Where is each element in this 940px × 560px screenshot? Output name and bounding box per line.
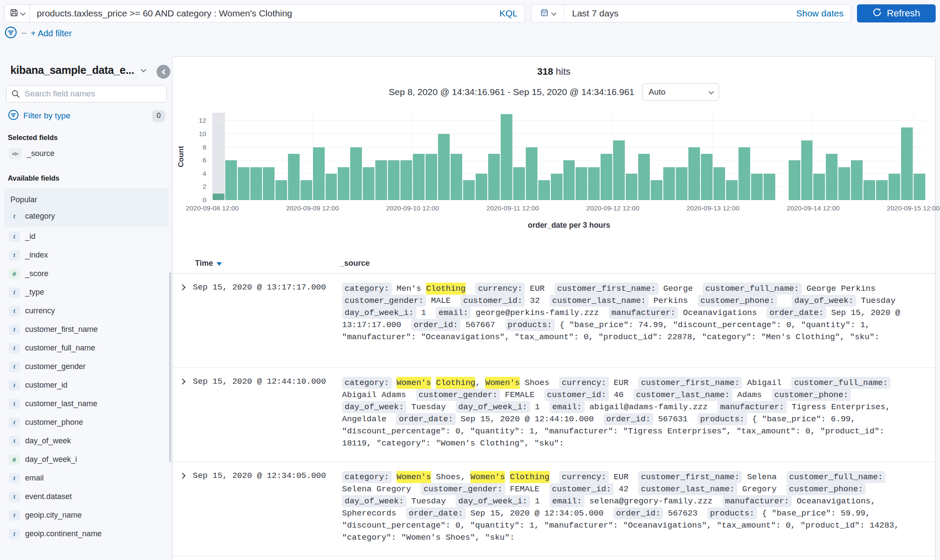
sidebar-scrollbar[interactable] xyxy=(169,272,171,462)
histogram-bar[interactable] xyxy=(838,167,850,200)
histogram-bar[interactable] xyxy=(826,154,838,200)
refresh-button[interactable]: Refresh xyxy=(857,4,936,22)
field-item-customer_last_name[interactable]: tcustomer_last_name xyxy=(4,395,169,413)
field-item-event.dataset[interactable]: tevent.dataset xyxy=(4,487,169,506)
histogram-bar[interactable] xyxy=(463,180,475,200)
field-name: _source xyxy=(27,149,54,158)
histogram-bar[interactable] xyxy=(751,174,763,200)
field-item-day_of_week[interactable]: tday_of_week xyxy=(4,432,169,450)
histogram-chart[interactable] xyxy=(212,113,926,200)
histogram-bar[interactable] xyxy=(438,134,450,200)
histogram-bar[interactable] xyxy=(613,140,625,200)
index-pattern-switcher[interactable]: kibana_sample_data_e... xyxy=(4,56,169,76)
histogram-bar[interactable] xyxy=(876,180,888,200)
histogram-bar[interactable] xyxy=(350,147,362,200)
date-range-value[interactable]: Last 7 days xyxy=(564,8,618,19)
query-input[interactable]: products.taxless_price >= 60 AND categor… xyxy=(30,8,499,19)
field-item-_index[interactable]: t_index xyxy=(4,246,169,264)
histogram-bar[interactable] xyxy=(576,167,587,200)
histogram-bar[interactable] xyxy=(288,154,300,200)
histogram-bar[interactable] xyxy=(551,174,563,200)
expand-row-icon[interactable] xyxy=(179,284,185,290)
histogram-bar[interactable] xyxy=(701,154,713,200)
collapse-sidebar-button[interactable] xyxy=(157,65,170,79)
histogram-bar[interactable] xyxy=(676,167,687,200)
date-quick-select-button[interactable] xyxy=(531,5,564,22)
histogram-bar[interactable] xyxy=(301,180,312,200)
histogram-bar[interactable] xyxy=(413,154,425,200)
histogram-bar[interactable] xyxy=(863,180,875,200)
histogram-bar[interactable] xyxy=(225,160,237,200)
show-dates-button[interactable]: Show dates xyxy=(796,8,850,19)
field-item-geoip.continent_name[interactable]: tgeoip.continent_name xyxy=(4,525,169,543)
histogram-bar[interactable] xyxy=(726,180,738,200)
histogram-bar[interactable] xyxy=(801,140,813,200)
histogram-bar[interactable] xyxy=(588,167,600,200)
text-type-icon: t xyxy=(9,362,20,372)
histogram-bar[interactable] xyxy=(213,194,224,200)
histogram-bar[interactable] xyxy=(451,154,462,200)
histogram-bar[interactable] xyxy=(739,147,750,200)
field-item-customer_id[interactable]: tcustomer_id xyxy=(4,376,169,395)
histogram-bar[interactable] xyxy=(363,167,374,200)
histogram-bar[interactable] xyxy=(250,167,262,200)
histogram-bar[interactable] xyxy=(263,167,275,200)
query-language-button[interactable]: KQL xyxy=(499,8,524,19)
histogram-bar[interactable] xyxy=(238,167,249,200)
search-field-names-input[interactable] xyxy=(6,85,167,102)
field-item-currency[interactable]: tcurrency xyxy=(4,302,169,320)
x-tick-label: 2020-09-13 12:00 xyxy=(687,204,739,212)
field-item-email[interactable]: temail xyxy=(4,469,169,487)
field-item-source[interactable]: </> _source xyxy=(4,144,169,163)
histogram-bar[interactable] xyxy=(813,174,825,200)
histogram-bar[interactable] xyxy=(851,160,863,200)
histogram-bar[interactable] xyxy=(338,167,349,200)
histogram-bar[interactable] xyxy=(563,160,575,200)
filter-set-icon[interactable] xyxy=(4,26,17,41)
expand-row-icon[interactable] xyxy=(179,473,185,479)
x-tick-label: 2020-09-12 12:00 xyxy=(586,204,639,212)
histogram-bar[interactable] xyxy=(626,174,637,200)
histogram-bar[interactable] xyxy=(713,167,725,200)
field-item-customer_full_name[interactable]: tcustomer_full_name xyxy=(4,339,169,357)
field-item-_id[interactable]: t_id xyxy=(4,227,169,246)
histogram-bar[interactable] xyxy=(476,174,487,200)
histogram-bar[interactable] xyxy=(326,174,337,200)
histogram-bar[interactable] xyxy=(651,180,662,200)
filter-by-type-button[interactable]: Filter by type 0 xyxy=(8,109,165,122)
time-column-header[interactable]: Time xyxy=(195,259,222,268)
histogram-bar[interactable] xyxy=(388,160,400,200)
field-item-customer_phone[interactable]: tcustomer_phone xyxy=(4,413,169,432)
histogram-bar[interactable] xyxy=(538,180,550,200)
histogram-bar[interactable] xyxy=(488,154,500,200)
histogram-bar[interactable] xyxy=(601,154,612,200)
histogram-bar[interactable] xyxy=(764,174,775,200)
saved-query-menu-button[interactable] xyxy=(5,5,30,22)
histogram-bar[interactable] xyxy=(513,167,525,200)
histogram-bar[interactable] xyxy=(275,180,287,200)
histogram-bar[interactable] xyxy=(914,174,925,200)
add-filter-button[interactable]: + Add filter xyxy=(31,29,72,38)
field-item-customer_gender[interactable]: tcustomer_gender xyxy=(4,357,169,376)
histogram-bar[interactable] xyxy=(313,147,325,200)
histogram-bar[interactable] xyxy=(901,127,913,200)
field-item-customer_first_name[interactable]: tcustomer_first_name xyxy=(4,320,169,339)
histogram-bar[interactable] xyxy=(400,160,412,200)
field-item-geoip.city_name[interactable]: tgeoip.city_name xyxy=(4,506,169,525)
field-item-_type[interactable]: t_type xyxy=(4,283,169,302)
histogram-bar[interactable] xyxy=(638,154,650,200)
histogram-bar[interactable] xyxy=(425,154,437,200)
histogram-bar[interactable] xyxy=(789,160,800,200)
field-item-category[interactable]: tcategory xyxy=(4,207,169,226)
expand-row-icon[interactable] xyxy=(179,379,185,385)
histogram-bar[interactable] xyxy=(501,114,512,200)
histogram-bar[interactable] xyxy=(663,167,675,200)
field-name-pill: customer_phone: xyxy=(787,483,866,495)
field-item-day_of_week_i[interactable]: #day_of_week_i xyxy=(4,450,169,469)
interval-select[interactable]: Auto xyxy=(642,83,719,101)
histogram-bar[interactable] xyxy=(375,160,387,200)
histogram-bar[interactable] xyxy=(526,147,537,200)
histogram-bar[interactable] xyxy=(688,147,700,200)
field-item-_score[interactable]: #_score xyxy=(4,264,169,283)
histogram-bar[interactable] xyxy=(889,174,900,200)
